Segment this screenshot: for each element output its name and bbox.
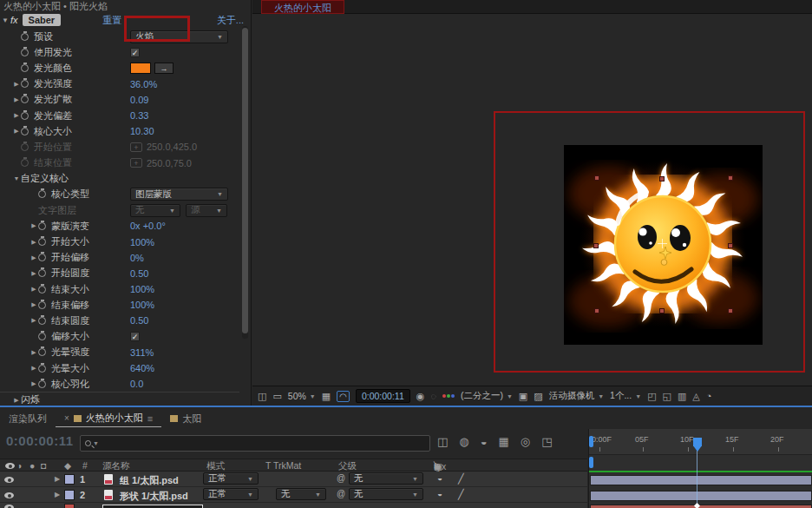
parent-pickwhip-icon[interactable]: @ — [337, 489, 345, 498]
property-dropdown[interactable]: 图层蒙版▼ — [130, 188, 228, 201]
layer-duration-bar[interactable] — [590, 491, 812, 501]
layer-mode-dropdown[interactable]: 正常▼ — [203, 472, 259, 485]
current-time-display[interactable]: 0:00:00:11 — [6, 433, 74, 448]
stopwatch-icon[interactable] — [21, 49, 29, 56]
layer-shy-icon[interactable]: ◒ — [437, 489, 442, 498]
column-source-name[interactable]: 源名称 — [102, 460, 130, 472]
layer-row[interactable]: ▶2形状 1/太阳.psd正常▼无▼@无▼◒╱ — [0, 487, 587, 503]
layer-mode-dropdown[interactable]: 正常▼ — [203, 488, 259, 500]
timeline-search-box[interactable]: ▼ — [80, 435, 430, 452]
resolution-select[interactable]: (二分之一)▼ — [461, 390, 513, 402]
label-icon[interactable]: ◆ — [64, 460, 71, 471]
composition-mini-flowchart-icon[interactable]: ◫ — [437, 435, 448, 448]
layer-trkmat-dropdown[interactable]: 无▼ — [276, 488, 326, 500]
column-parent[interactable]: 父级 — [338, 460, 357, 472]
position-crosshair-icon[interactable]: + — [130, 142, 142, 152]
layer-parent-dropdown[interactable]: 无▼ — [349, 488, 423, 500]
layer-name-edit-field[interactable] — [102, 505, 203, 508]
column-mode[interactable]: 模式 — [206, 460, 225, 472]
stopwatch-icon[interactable] — [38, 333, 46, 340]
stopwatch-icon[interactable] — [38, 301, 46, 309]
always-preview-icon[interactable]: ◫ — [258, 391, 266, 402]
stopwatch-icon[interactable] — [38, 348, 46, 356]
grid-guides-icon[interactable]: ▦ — [322, 391, 331, 402]
layer-duration-bar[interactable] — [590, 505, 812, 508]
camera-view-select[interactable]: 活动摄像机▼ — [549, 390, 604, 402]
column-trkmat[interactable]: T TrkMat — [265, 460, 301, 471]
work-area-start-handle[interactable] — [589, 436, 593, 447]
expand-property-icon[interactable]: ▶ — [12, 112, 21, 119]
color-picker-button[interactable]: → — [154, 63, 174, 74]
transparency-grid-icon[interactable]: ▨ — [534, 391, 542, 402]
expand-property-icon[interactable]: ▶ — [12, 81, 21, 88]
stopwatch-icon[interactable] — [38, 317, 46, 325]
expand-property-icon[interactable]: ▶ — [29, 286, 38, 293]
reset-effect-link[interactable]: 重置 — [102, 14, 121, 27]
mask-visibility-icon[interactable]: ◠ — [337, 391, 350, 402]
expand-property-icon[interactable]: ▶ — [29, 349, 38, 356]
property-checkbox[interactable]: ✓ — [130, 332, 140, 341]
stopwatch-icon[interactable] — [38, 286, 46, 294]
lock-icon[interactable]: ◘ — [41, 460, 46, 471]
stopwatch-icon[interactable] — [21, 64, 29, 72]
frame-blending-icon[interactable]: ▦ — [499, 435, 509, 448]
layer-visibility-eye-icon[interactable] — [4, 505, 14, 508]
show-snapshot-icon[interactable]: ◌ — [430, 391, 436, 401]
expand-property-icon[interactable]: ▶ — [29, 254, 38, 261]
viewer-canvas[interactable] — [252, 15, 812, 385]
effect-panel-scrollbar[interactable] — [242, 26, 248, 339]
stopwatch-icon[interactable] — [38, 190, 46, 198]
stopwatch-icon[interactable] — [21, 33, 29, 41]
timeline-track-area[interactable]: 0:00F05F10F15F20F — [588, 429, 812, 508]
video-eye-icon[interactable] — [5, 463, 15, 469]
exposure-icon[interactable]: ◱ — [663, 391, 671, 402]
property-value[interactable]: 100% — [130, 300, 154, 310]
histogram-icon[interactable]: ▥ — [678, 391, 686, 402]
property-value[interactable]: 0.50 — [130, 268, 148, 279]
stopwatch-icon[interactable] — [21, 159, 29, 167]
timeline-tab-火热的小太阳[interactable]: ×火热的小太阳≡ — [56, 410, 161, 427]
expand-property-icon[interactable]: ▶ — [29, 301, 38, 308]
stopwatch-icon[interactable] — [38, 269, 46, 277]
monitor-icon[interactable]: ▭ — [272, 391, 281, 402]
stopwatch-icon[interactable] — [38, 380, 46, 388]
comp-marker-bin[interactable] — [589, 457, 593, 468]
layer-visibility-eye-icon[interactable] — [4, 477, 14, 483]
layer-label-color[interactable] — [64, 474, 75, 485]
search-input[interactable] — [101, 438, 425, 450]
property-value[interactable]: 311% — [130, 347, 154, 358]
draft-3d-icon[interactable]: ◍ — [459, 435, 468, 448]
target-region-icon[interactable]: ▣ — [519, 391, 527, 402]
expand-property-icon[interactable]: ▶ — [29, 365, 38, 372]
layer-quality-icon[interactable]: ╱ — [458, 489, 464, 500]
solo-icon[interactable]: ● — [29, 460, 35, 471]
timeline-tab-太阳[interactable]: 太阳 — [161, 410, 210, 427]
stopwatch-icon[interactable] — [38, 222, 46, 230]
stopwatch-icon[interactable] — [38, 254, 46, 261]
tab-menu-icon[interactable]: ≡ — [147, 413, 153, 424]
expand-property-icon[interactable]: ▶ — [29, 380, 38, 387]
layer-source-name[interactable]: 组 1/太阳.psd — [120, 474, 179, 487]
expand-property-icon[interactable]: ▶ — [12, 128, 21, 135]
property-value[interactable]: 10.30 — [130, 126, 154, 136]
layer-duration-bar[interactable] — [590, 475, 812, 485]
about-effect-link[interactable]: 关于... — [217, 14, 244, 27]
expand-property-icon[interactable]: ▶ — [29, 222, 38, 229]
expand-layer-icon[interactable]: ▶ — [55, 475, 60, 483]
viewer-timecode[interactable]: 0:00:00:11 — [356, 389, 410, 403]
audio-icon[interactable]: ◗ — [17, 460, 23, 471]
property-value[interactable]: 0% — [130, 253, 144, 263]
close-tab-icon[interactable]: × — [64, 413, 69, 423]
color-swatch[interactable] — [130, 63, 151, 74]
property-value[interactable]: 0.0 — [130, 379, 143, 389]
expand-property-icon[interactable]: ▶ — [29, 239, 38, 246]
property-checkbox[interactable]: ✓ — [130, 48, 140, 57]
stopwatch-icon[interactable] — [21, 80, 29, 88]
layer-visibility-eye-icon[interactable] — [4, 492, 14, 498]
expand-group-icon[interactable]: ▶ — [12, 397, 21, 404]
motion-blur-icon[interactable]: ◎ — [521, 435, 530, 448]
show-channels-icon[interactable] — [442, 394, 455, 398]
snapshot-camera-icon[interactable]: ◉ — [416, 391, 425, 402]
stopwatch-icon[interactable] — [21, 112, 29, 120]
stopwatch-icon[interactable] — [38, 238, 46, 246]
